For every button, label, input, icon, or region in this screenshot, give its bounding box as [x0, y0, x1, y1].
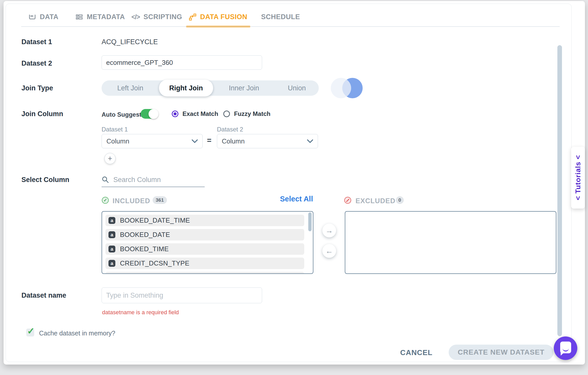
- included-check-icon: ✓: [102, 197, 109, 204]
- join-type-union[interactable]: Union: [275, 80, 319, 96]
- chat-bubble-button[interactable]: [554, 336, 577, 360]
- radio-circle: [172, 111, 178, 117]
- venn-left-circle: [331, 78, 351, 98]
- join-type-right-join[interactable]: Right Join: [159, 80, 213, 96]
- radio-circle: [223, 111, 230, 117]
- string-type-icon: a: [108, 217, 115, 224]
- chevron-down-icon: [192, 139, 198, 143]
- included-title: INCLUDED: [113, 197, 150, 205]
- search-column-input[interactable]: [113, 176, 198, 184]
- tutorials-label: < Tutorials <: [574, 155, 582, 200]
- tab-label: SCRIPTING: [143, 13, 182, 21]
- toggle-knob: [149, 109, 158, 119]
- radio-exact-match[interactable]: Exact Match: [172, 110, 218, 117]
- checkmark-icon: ✓: [27, 326, 35, 336]
- join-type-inner-join[interactable]: Inner Join: [213, 80, 275, 96]
- tab-label: DATA: [40, 13, 58, 21]
- excluded-count-badge: 0: [396, 196, 404, 204]
- join-dataset1-label: Dataset 1: [102, 126, 128, 133]
- auto-suggest-toggle[interactable]: [141, 109, 157, 119]
- column-item[interactable]: aCREDIT_DCSN_TYPE: [105, 258, 304, 269]
- join-dataset2-label: Dataset 2: [217, 126, 243, 133]
- dataset1-value: ACQ_LIFECYCLE: [102, 38, 158, 46]
- tab-schedule[interactable]: SCHEDULE: [261, 7, 300, 26]
- cancel-button[interactable]: CANCEL: [400, 348, 433, 357]
- column-name: BOOKED_DATE: [120, 231, 170, 239]
- column-name: BOOKED_TIME: [120, 245, 169, 253]
- join-type-segmented-control: Left JoinRight JoinInner JoinUnion: [102, 80, 319, 96]
- column-item[interactable]: aBOOKED_TIME: [105, 243, 304, 255]
- dataset1-label: Dataset 1: [21, 38, 52, 46]
- list-scrollbar[interactable]: [308, 212, 312, 231]
- dataset-name-label: Dataset name: [21, 292, 66, 299]
- join-type-label: Join Type: [21, 84, 53, 92]
- search-icon: [102, 176, 109, 184]
- tab-scripting[interactable]: </>SCRIPTING: [131, 7, 182, 26]
- move-to-included-button[interactable]: ←: [322, 244, 336, 258]
- add-join-condition-button[interactable]: +: [104, 153, 116, 164]
- column-item[interactable]: aBOOKED_DATE_TIME: [105, 215, 304, 226]
- excluded-columns-list: [345, 211, 556, 274]
- slash-mark: [346, 199, 349, 202]
- radio-fuzzy-match[interactable]: Fuzzy Match: [223, 110, 271, 117]
- equals-sign: =: [207, 136, 212, 145]
- tutorials-tab[interactable]: < Tutorials <: [571, 147, 585, 209]
- tab-metadata[interactable]: METADATA: [75, 7, 125, 26]
- tab-label: METADATA: [87, 13, 125, 21]
- create-new-dataset-button[interactable]: CREATE NEW DATASET: [449, 345, 554, 360]
- select-all-link[interactable]: Select All: [280, 195, 313, 203]
- string-type-icon: a: [108, 246, 115, 252]
- code-icon: </>: [131, 13, 140, 21]
- dataset-name-input[interactable]: [102, 287, 262, 303]
- included-columns-list: aBOOKED_DATE_TIMEaBOOKED_DATEaBOOKED_TIM…: [102, 211, 313, 274]
- tab-data-fusion[interactable]: DATA FUSION: [189, 7, 247, 26]
- excluded-block-icon: [344, 197, 351, 204]
- smile-icon: [562, 347, 569, 352]
- dataset2-input[interactable]: [102, 55, 262, 70]
- dataset1-column-dropdown[interactable]: Column: [102, 134, 203, 148]
- included-count-badge: 361: [153, 196, 167, 204]
- radio-label: Fuzzy Match: [234, 110, 271, 117]
- join-type-left-join[interactable]: Left Join: [102, 80, 159, 96]
- excluded-title: EXCLUDED: [356, 197, 396, 205]
- move-to-excluded-button[interactable]: →: [322, 224, 336, 237]
- panel-scrollbar[interactable]: [557, 45, 562, 336]
- fusion-icon: [189, 13, 197, 21]
- list-icon: [75, 13, 83, 21]
- tab-divider: [21, 26, 560, 27]
- column-item-partial[interactable]: [105, 272, 304, 274]
- right-join-venn-icon: [331, 78, 363, 98]
- radio-dot: [174, 112, 177, 115]
- tab-data[interactable]: DATA: [28, 7, 58, 26]
- chevron-down-icon: [307, 139, 313, 143]
- column-name: BOOKED_DATE_TIME: [120, 216, 190, 224]
- tab-label: DATA FUSION: [200, 13, 247, 21]
- dataset2-column-dropdown[interactable]: Column: [217, 134, 318, 148]
- tab-label: SCHEDULE: [261, 13, 300, 21]
- dropdown-value: Column: [106, 137, 129, 145]
- column-search: [102, 173, 205, 187]
- string-type-icon: a: [108, 260, 115, 267]
- join-column-label: Join Column: [21, 110, 63, 118]
- select-column-label: Select Column: [21, 176, 69, 184]
- radio-label: Exact Match: [182, 110, 218, 117]
- data-fusion-panel: DATAMETADATA</>SCRIPTINGDATA FUSIONSCHED…: [6, 4, 572, 362]
- dataset2-label: Dataset 2: [21, 59, 52, 67]
- auto-suggest-label: Auto Suggest?: [102, 111, 145, 118]
- table-icon: [28, 13, 36, 21]
- chat-icon: [560, 342, 571, 353]
- dropdown-value: Column: [222, 137, 245, 145]
- column-name: CREDIT_DCSN_TYPE: [120, 259, 189, 267]
- column-item[interactable]: aBOOKED_DATE: [105, 229, 304, 240]
- cache-checkbox[interactable]: ✓: [26, 329, 34, 336]
- string-type-icon: a: [108, 231, 115, 238]
- dataset-name-error: datasetname is a required field: [102, 309, 179, 316]
- cache-checkbox-label: Cache dataset in memory?: [39, 330, 115, 337]
